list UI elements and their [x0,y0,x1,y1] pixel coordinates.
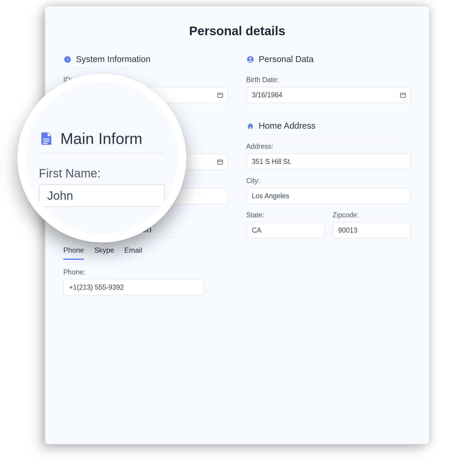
svg-rect-2 [67,57,68,58]
magnifier-lens: Main Inform First Name: [17,73,186,242]
svg-rect-3 [218,93,223,98]
city-input[interactable] [246,188,411,204]
zipcode-label: Zipcode: [332,211,411,219]
first-name-input-magnified[interactable] [39,184,165,207]
right-column: Personal Data Birth Date: [246,54,411,310]
state-input[interactable] [246,222,325,238]
birth-date-label: Birth Date: [246,76,411,84]
svg-rect-1 [67,59,68,61]
svg-rect-12 [43,141,50,142]
svg-point-8 [249,57,252,59]
user-icon [246,55,255,64]
svg-rect-11 [43,139,50,139]
state-label: State: [246,211,325,219]
tab-phone[interactable]: Phone [63,246,84,260]
zipcode-input[interactable] [332,222,411,238]
section-home-address: Home Address Address: City: State: [246,121,411,245]
tab-skype[interactable]: Skype [94,246,114,260]
section-title: Personal Data [259,54,314,64]
section-personal-data: Personal Data Birth Date: [246,54,411,103]
birth-date-input[interactable] [246,87,411,103]
address-label: Address: [246,142,411,151]
svg-rect-13 [43,143,48,144]
info-icon [63,55,72,64]
contact-tabs: Phone Skype Email [63,246,228,260]
svg-rect-5 [218,160,223,165]
first-name-label-magnified: First Name: [39,167,165,180]
tab-email[interactable]: Email [124,246,142,260]
phone-label: Phone: [63,268,228,276]
section-title-magnified: Main Inform [60,130,142,148]
page-title: Personal details [63,24,411,38]
calendar-icon[interactable] [216,158,224,166]
svg-rect-9 [401,93,406,98]
address-input[interactable] [246,153,411,170]
phone-input[interactable] [63,279,204,295]
home-icon [246,122,255,130]
calendar-icon[interactable] [216,91,224,99]
document-icon [39,131,54,146]
calendar-icon[interactable] [399,91,407,99]
section-title: System Information [76,54,151,64]
section-title: Home Address [259,121,315,131]
city-label: City: [246,177,411,185]
